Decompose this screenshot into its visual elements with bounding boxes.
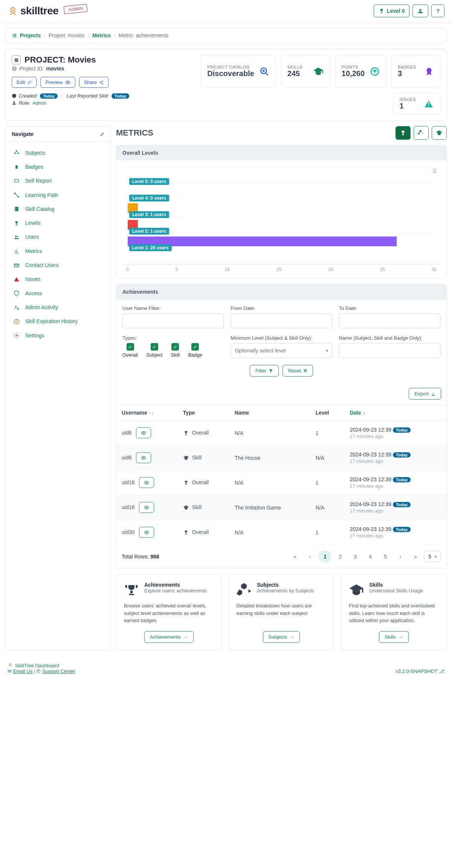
- table-row: uid30OverallN/A12024-09-23 12:39 Today17…: [116, 520, 446, 545]
- svg-point-34: [146, 532, 148, 533]
- project-header: ▦ PROJECT: Movies Project ID: movies Edi…: [5, 49, 447, 121]
- graduation-icon: [313, 66, 324, 76]
- sidebar-item-users[interactable]: Users: [6, 230, 110, 244]
- page-size-select[interactable]: 5 ▾: [424, 551, 441, 562]
- eye-icon: [144, 530, 149, 535]
- user-button[interactable]: [412, 5, 428, 17]
- card-button-subjects[interactable]: Subjects →: [263, 631, 300, 643]
- eye-icon: [144, 480, 149, 485]
- edit-button[interactable]: Edit: [12, 77, 37, 88]
- support-link[interactable]: Support Center: [42, 668, 75, 674]
- sidebar-item-skill-catalog[interactable]: Skill Catalog: [6, 202, 110, 216]
- brand-logo[interactable]: skilltree ADMIN: [8, 5, 88, 17]
- type-icon: [183, 504, 189, 511]
- email-link[interactable]: Email Us: [13, 668, 33, 674]
- sort-desc-icon: ↓: [363, 410, 365, 416]
- page-4[interactable]: 4: [364, 550, 377, 563]
- sidebar-item-settings[interactable]: Settings: [6, 328, 110, 342]
- sidebar-item-access[interactable]: Access: [6, 286, 110, 300]
- card-subtitle: Explore users' achievements: [144, 588, 207, 593]
- skilltree-logo-icon: [8, 6, 18, 16]
- sidebar-item-metrics[interactable]: Metrics: [6, 244, 110, 258]
- sidebar-item-admin-activity[interactable]: Admin Activity: [6, 300, 110, 314]
- page-prev[interactable]: «: [289, 550, 301, 563]
- svg-point-33: [146, 507, 148, 508]
- award-icon: [13, 163, 20, 170]
- sidebar-item-levels[interactable]: Levels: [6, 216, 110, 230]
- breadcrumb-projects[interactable]: Projects: [20, 32, 41, 38]
- reset-button[interactable]: Reset ✕: [282, 365, 313, 377]
- preview-button[interactable]: Preview: [40, 77, 75, 88]
- col-name[interactable]: Name: [229, 405, 310, 421]
- expand-icon[interactable]: ⤢: [100, 131, 104, 137]
- page-3[interactable]: 3: [349, 550, 362, 563]
- type-checkbox-skill[interactable]: ✓Skill: [171, 343, 180, 358]
- card-desc: Find top-achieved skills and overlooked …: [349, 602, 439, 624]
- arrow-right-icon: →: [398, 634, 403, 640]
- view-user-button[interactable]: [136, 427, 151, 438]
- type-checkbox-overall[interactable]: ✓Overall: [122, 343, 138, 358]
- to-date-input[interactable]: [339, 313, 440, 328]
- breadcrumb: Projects › Project: movies › Metrics › M…: [5, 27, 447, 43]
- svg-point-29: [16, 335, 17, 336]
- tab-achievements[interactable]: [396, 126, 411, 140]
- name-filter-label: Name (Subject, Skill and Badge Only):: [339, 335, 440, 341]
- type-checkbox-subject[interactable]: ✓Subject: [146, 343, 162, 358]
- view-user-button[interactable]: [139, 527, 154, 538]
- sidebar-item-subjects[interactable]: Subjects: [6, 146, 110, 160]
- trophy-icon: [379, 8, 385, 14]
- sidebar-item-self-report[interactable]: Self Report: [6, 174, 110, 188]
- col-username[interactable]: Username ↑↓: [116, 405, 178, 421]
- col-type[interactable]: Type: [178, 405, 229, 421]
- nav-label: Issues: [25, 276, 40, 282]
- col-date[interactable]: Date ↓: [344, 405, 446, 421]
- sidebar-item-contact-users[interactable]: Contact Users: [6, 258, 110, 272]
- overall-levels-panel: Overall Levels ☰ Level 5: 0 usersLevel 4…: [116, 145, 447, 279]
- sidebar-item-issues[interactable]: Issues: [6, 272, 110, 286]
- info-card-skills: SkillsUnderstand Skills UsageFind top-ac…: [341, 574, 447, 651]
- view-user-button[interactable]: [139, 502, 154, 513]
- breadcrumb-metrics[interactable]: Metrics: [92, 32, 111, 38]
- view-user-button[interactable]: [139, 477, 154, 488]
- nav-label: Admin Activity: [25, 304, 58, 310]
- tab-skills[interactable]: [432, 126, 447, 140]
- minlevel-select[interactable]: [231, 343, 332, 358]
- level-button[interactable]: Level 0: [374, 5, 409, 17]
- page-1[interactable]: 1: [319, 550, 331, 563]
- card-icon: [349, 582, 364, 598]
- page-2[interactable]: 2: [334, 550, 347, 563]
- page-next[interactable]: »: [409, 550, 422, 563]
- svg-point-32: [146, 482, 148, 484]
- cogs-icon: [13, 332, 20, 339]
- help-button[interactable]: ?: [431, 5, 444, 17]
- page-prev[interactable]: ‹: [304, 550, 316, 563]
- cell-name: The Imitation Game: [229, 495, 310, 520]
- svg-rect-6: [14, 37, 17, 37]
- export-button[interactable]: Export: [409, 388, 441, 400]
- filter-button[interactable]: Filter: [250, 365, 279, 377]
- cell-date: 2024-09-23 12:39: [350, 526, 391, 532]
- phone-icon: ✆: [37, 668, 41, 674]
- page-next[interactable]: ›: [394, 550, 407, 563]
- cell-user: uid16: [122, 504, 134, 510]
- type-checkbox-badge[interactable]: ✓Badge: [188, 343, 202, 358]
- svg-point-18: [15, 165, 18, 168]
- name-filter-input[interactable]: [339, 343, 440, 358]
- share-button[interactable]: Share: [79, 77, 109, 88]
- card-button-skills[interactable]: Skills →: [379, 631, 409, 643]
- date-badge: Today: [393, 427, 411, 433]
- sidebar-item-learning-path[interactable]: Learning Path: [6, 188, 110, 202]
- tab-subjects[interactable]: [414, 126, 429, 140]
- card-button-achievements[interactable]: Achievements →: [144, 631, 194, 643]
- username-filter-input[interactable]: [122, 313, 224, 328]
- sidebar-title: Navigate: [12, 131, 34, 137]
- sidebar-item-skill-expiration-history[interactable]: Skill Expiration History: [6, 314, 110, 328]
- page-5[interactable]: 5: [379, 550, 392, 563]
- view-user-button[interactable]: [136, 452, 151, 463]
- arrow-right-icon: →: [289, 634, 294, 640]
- col-level[interactable]: Level: [310, 405, 345, 421]
- question-icon: ?: [436, 8, 440, 14]
- from-date-input[interactable]: [231, 313, 332, 328]
- cell-name: The House: [229, 445, 310, 470]
- sidebar-item-badges[interactable]: Badges: [6, 160, 110, 174]
